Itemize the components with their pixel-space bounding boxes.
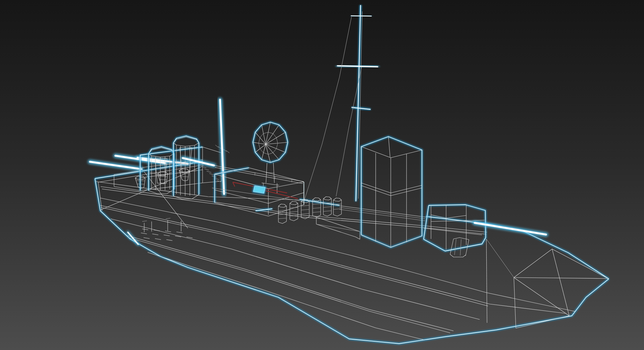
bridge-face-highlight[interactable] [253,186,265,193]
viewport-canvas[interactable] [0,0,644,350]
signal-boom[interactable] [183,158,304,184]
hull-silhouette[interactable] [95,161,609,344]
wireframe-scene[interactable] [0,0,644,350]
aft-funnel[interactable] [173,136,199,199]
main-mast[interactable] [305,5,378,201]
aft-deckhouse[interactable] [361,137,422,247]
foremast-pole[interactable] [220,100,224,194]
radar-dish[interactable] [253,122,288,193]
